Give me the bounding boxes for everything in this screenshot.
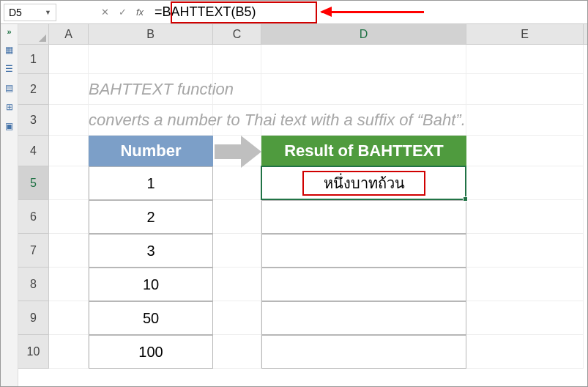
column-header-B[interactable]: B <box>89 24 213 44</box>
enter-formula-icon[interactable]: ✓ <box>113 4 131 21</box>
name-box[interactable]: D5 ▼ <box>4 4 56 21</box>
select-all-corner[interactable] <box>18 24 49 45</box>
cell[interactable] <box>466 200 584 234</box>
cell[interactable] <box>49 105 89 136</box>
cell[interactable] <box>213 268 261 301</box>
number-cell-4[interactable]: 10 <box>89 268 213 301</box>
cancel-formula-icon[interactable]: ✕ <box>96 4 113 21</box>
formula-bar: D5 ▼ ✕ ✓ fx =BAHTTEXT(B5) <box>1 1 587 24</box>
column-header-D[interactable]: D <box>261 24 466 44</box>
cell[interactable] <box>213 45 261 74</box>
row-header-3[interactable]: 3 <box>18 105 48 136</box>
cell[interactable] <box>49 234 89 268</box>
cell[interactable] <box>49 45 89 74</box>
column-header-C[interactable]: C <box>213 24 261 44</box>
cell[interactable] <box>49 335 89 369</box>
cell[interactable] <box>49 200 89 234</box>
cell[interactable] <box>466 45 584 74</box>
side-ribbon: » ▦ ☰ ▤ ⊞ ▣ <box>1 24 18 386</box>
cell[interactable] <box>466 74 584 105</box>
ribbon-icon-3[interactable]: ▤ <box>5 83 13 93</box>
cell[interactable] <box>261 45 466 74</box>
header-result: Result of BAHTTEXT <box>261 136 466 166</box>
cell[interactable] <box>466 335 584 369</box>
row-headers: 12345678910 <box>18 45 49 369</box>
cell[interactable] <box>466 268 584 301</box>
ribbon-icon-5[interactable]: ▣ <box>5 121 13 131</box>
row-header-1[interactable]: 1 <box>18 45 48 74</box>
name-box-value: D5 <box>9 6 22 19</box>
row-header-2[interactable]: 2 <box>18 74 48 105</box>
row-header-10[interactable]: 10 <box>18 335 48 369</box>
number-cell-3[interactable]: 3 <box>89 234 213 268</box>
cell[interactable] <box>466 136 584 166</box>
name-box-dropdown-icon[interactable]: ▼ <box>45 6 51 19</box>
cell[interactable] <box>213 166 261 200</box>
formula-input[interactable]: =BAHTTEXT(B5) <box>149 3 587 21</box>
result-cell-5[interactable] <box>261 301 466 335</box>
cell[interactable] <box>49 74 89 105</box>
row-header-5[interactable]: 5 <box>18 166 48 200</box>
cell[interactable] <box>89 45 213 74</box>
spreadsheet-grid[interactable]: ABCDE 12345678910 BAHTTEXT functionconve… <box>18 24 587 386</box>
cell[interactable] <box>466 105 584 136</box>
fx-icon[interactable]: fx <box>131 4 149 21</box>
column-header-A[interactable]: A <box>49 24 89 44</box>
cell[interactable] <box>49 136 89 166</box>
row-header-9[interactable]: 9 <box>18 301 48 335</box>
result-cell-6[interactable] <box>261 335 466 369</box>
number-cell-5[interactable]: 50 <box>89 301 213 335</box>
ribbon-icon-4[interactable]: ⊞ <box>6 102 13 112</box>
cell[interactable] <box>213 200 261 234</box>
cell[interactable] <box>261 74 466 105</box>
cell[interactable] <box>213 234 261 268</box>
cell[interactable] <box>213 335 261 369</box>
column-headers: ABCDE <box>49 24 587 45</box>
cell[interactable] <box>466 301 584 335</box>
result-cell-1[interactable]: หนึ่งบาทถ้วน <box>261 166 466 200</box>
number-cell-1[interactable]: 1 <box>89 166 213 200</box>
arrow-indicator-body <box>215 144 242 159</box>
column-header-E[interactable]: E <box>466 24 584 44</box>
cell[interactable] <box>213 301 261 335</box>
row-header-4[interactable]: 4 <box>18 136 48 166</box>
ribbon-expand-icon[interactable]: » <box>7 27 11 36</box>
row-header-8[interactable]: 8 <box>18 268 48 301</box>
cell[interactable] <box>466 166 584 200</box>
result-cell-4[interactable] <box>261 268 466 301</box>
header-number: Number <box>89 136 213 166</box>
number-cell-2[interactable]: 2 <box>89 200 213 234</box>
result-cell-2[interactable] <box>261 200 466 234</box>
cell[interactable] <box>466 234 584 268</box>
cell[interactable] <box>49 301 89 335</box>
cell[interactable] <box>49 166 89 200</box>
row-header-6[interactable]: 6 <box>18 200 48 234</box>
cell[interactable] <box>49 268 89 301</box>
ribbon-icon-1[interactable]: ▦ <box>5 45 13 55</box>
description-line-1: BAHTTEXT function <box>89 80 234 99</box>
result-cell-3[interactable] <box>261 234 466 268</box>
row-header-7[interactable]: 7 <box>18 234 48 268</box>
arrow-indicator-head <box>241 136 261 168</box>
cells-area[interactable]: BAHTTEXT functionconverts a number to Th… <box>49 45 587 386</box>
ribbon-icon-2[interactable]: ☰ <box>5 64 13 74</box>
number-cell-6[interactable]: 100 <box>89 335 213 369</box>
description-line-2: converts a number to Thai text with a su… <box>89 111 466 130</box>
